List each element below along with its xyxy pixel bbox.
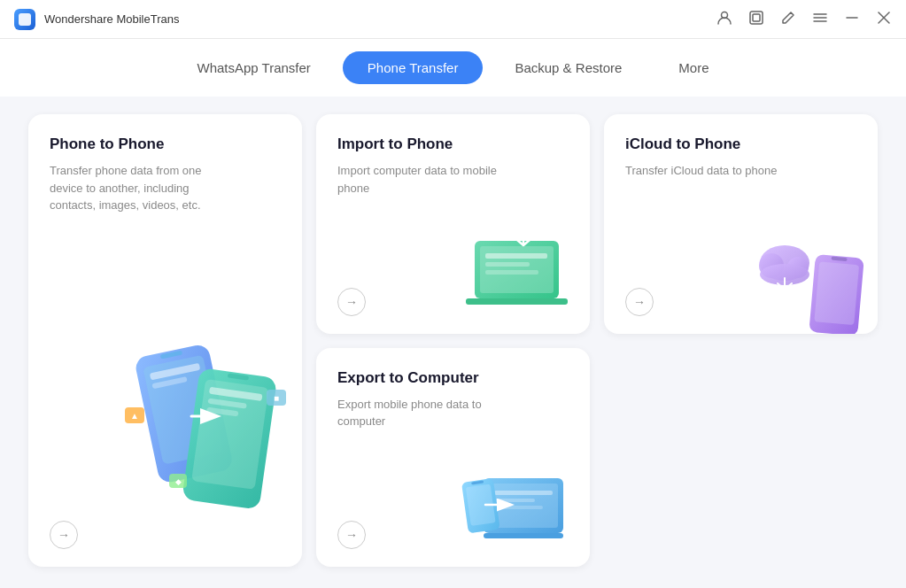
card-phone-to-phone-title: Phone to Phone (50, 135, 281, 153)
card-icloud-arrow[interactable]: → (625, 288, 654, 316)
menu-icon[interactable] (812, 10, 828, 28)
card-icloud-title: iCloud to Phone (625, 135, 856, 153)
title-bar-left: Wondershare MobileTrans (14, 9, 179, 30)
svg-rect-2 (753, 14, 760, 21)
card-import-to-phone[interactable]: Import to Phone Import computer data to … (316, 114, 590, 334)
card-phone-to-phone-desc: Transfer phone data from one device to a… (50, 162, 227, 214)
account-icon[interactable] (716, 10, 732, 28)
main-content: Phone to Phone Transfer phone data from … (0, 97, 906, 588)
card-export-title: Export to Computer (337, 369, 569, 387)
tab-phone-transfer[interactable]: Phone Transfer (343, 51, 484, 84)
svg-rect-28 (466, 298, 568, 305)
svg-rect-31 (485, 270, 538, 275)
card-icloud-to-phone[interactable]: iCloud to Phone Transfer iCloud data to … (604, 114, 878, 334)
app-title: Wondershare MobileTrans (44, 12, 179, 26)
svg-rect-41 (484, 533, 563, 538)
icloud-illustration (754, 228, 869, 325)
minimize-button[interactable] (844, 10, 860, 28)
app-icon (14, 9, 35, 30)
svg-rect-44 (494, 506, 543, 509)
window-icon[interactable] (748, 10, 764, 28)
svg-rect-33 (814, 261, 859, 325)
edit-icon[interactable] (780, 10, 796, 28)
close-button[interactable] (876, 10, 892, 28)
card-export-desc: Export mobile phone data to computer (337, 396, 515, 430)
card-import-title: Import to Phone (337, 135, 569, 153)
tab-more[interactable]: More (654, 51, 733, 84)
tab-backup-restore[interactable]: Backup & Restore (490, 51, 647, 84)
svg-text:■: ■ (274, 393, 279, 403)
card-import-arrow[interactable]: → (337, 288, 366, 316)
title-bar: Wondershare MobileTrans (0, 0, 906, 39)
card-export-to-computer[interactable]: Export to Computer Export mobile phone d… (316, 348, 590, 568)
svg-rect-30 (485, 262, 530, 267)
svg-rect-42 (494, 491, 553, 495)
nav-bar: WhatsApp Transfer Phone Transfer Backup … (0, 39, 906, 97)
card-icloud-desc: Transfer iCloud data to phone (625, 162, 802, 180)
card-phone-to-phone[interactable]: Phone to Phone Transfer phone data from … (28, 114, 302, 567)
svg-text:◆: ◆ (175, 477, 182, 486)
phone-to-phone-illustration: ▲ ■ ◆ (116, 341, 302, 518)
svg-rect-1 (750, 12, 763, 24)
card-import-desc: Import computer data to mobile phone (337, 162, 515, 197)
import-illustration (466, 228, 581, 325)
export-illustration (457, 460, 581, 558)
card-export-arrow[interactable]: → (337, 521, 366, 549)
svg-rect-43 (494, 499, 535, 502)
svg-text:▲: ▲ (130, 411, 139, 421)
svg-rect-27 (480, 246, 554, 293)
svg-rect-29 (485, 253, 547, 259)
tab-whatsapp-transfer[interactable]: WhatsApp Transfer (172, 51, 335, 84)
title-bar-controls (716, 10, 892, 28)
card-phone-to-phone-arrow[interactable]: → (50, 521, 78, 549)
